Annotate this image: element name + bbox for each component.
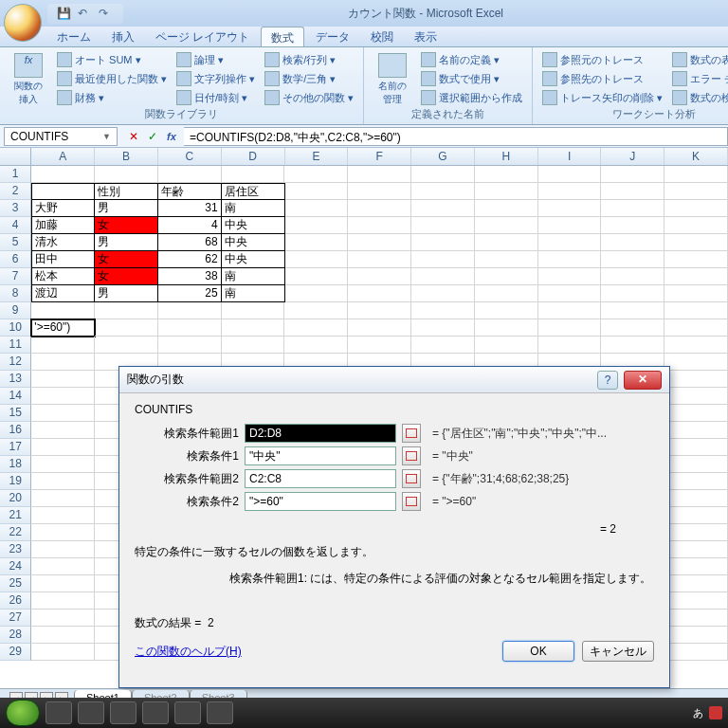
system-tray[interactable]: あ: [693, 706, 722, 720]
cell[interactable]: [475, 251, 538, 268]
redo-icon[interactable]: ↷: [99, 7, 114, 22]
cell[interactable]: 清水: [31, 234, 95, 251]
cell[interactable]: [538, 234, 602, 251]
cell[interactable]: [31, 507, 95, 524]
row-header[interactable]: 15: [0, 405, 31, 422]
fx-icon[interactable]: fx: [163, 128, 180, 145]
tab-review[interactable]: 校閲: [361, 27, 403, 46]
cell[interactable]: [664, 456, 728, 473]
taskbar-icon[interactable]: [174, 701, 201, 724]
cell[interactable]: [31, 490, 95, 507]
row-header[interactable]: 7: [0, 268, 31, 285]
cell[interactable]: [475, 337, 538, 354]
cell[interactable]: 田中: [31, 251, 95, 268]
cell[interactable]: [664, 234, 728, 251]
cell[interactable]: [411, 302, 475, 319]
row-header[interactable]: 21: [0, 507, 31, 524]
cell[interactable]: [284, 302, 348, 319]
trace-dependents-button[interactable]: 参照先のトレース: [540, 70, 664, 87]
cell[interactable]: [411, 166, 475, 183]
col-header[interactable]: I: [538, 148, 602, 165]
cell[interactable]: [475, 234, 538, 251]
cell[interactable]: [348, 302, 411, 319]
define-name-button[interactable]: 名前の定義 ▾: [419, 51, 524, 68]
cell[interactable]: [664, 302, 728, 319]
range-selector-icon[interactable]: [402, 492, 421, 511]
row-header[interactable]: 12: [0, 354, 31, 371]
cell[interactable]: [601, 302, 664, 319]
datetime-button[interactable]: 日付/時刻 ▾: [174, 89, 257, 106]
cell[interactable]: [31, 541, 95, 558]
cell[interactable]: [285, 251, 349, 268]
cell[interactable]: [475, 319, 538, 337]
cell[interactable]: [664, 507, 728, 524]
col-header[interactable]: J: [601, 148, 664, 165]
start-button[interactable]: [6, 700, 40, 726]
cell[interactable]: [664, 490, 728, 507]
function-help-link[interactable]: この関数のヘルプ(H): [135, 644, 242, 660]
cell[interactable]: [348, 166, 411, 183]
text-button[interactable]: 文字列操作 ▾: [174, 70, 257, 87]
cell[interactable]: [222, 302, 285, 319]
cell[interactable]: [348, 234, 411, 251]
cell[interactable]: [664, 627, 728, 644]
cell[interactable]: [475, 183, 538, 200]
row-header[interactable]: 27: [0, 610, 31, 627]
row-header[interactable]: 26: [0, 592, 31, 610]
cell[interactable]: [664, 371, 728, 388]
cell[interactable]: [31, 524, 95, 541]
formula-input[interactable]: =COUNTIFS(D2:D8,"中央",C2:C8,">=60"): [184, 127, 728, 146]
row-header[interactable]: 19: [0, 473, 31, 490]
chevron-down-icon[interactable]: ▼: [102, 132, 111, 141]
cell[interactable]: 男: [95, 234, 158, 251]
more-functions-button[interactable]: その他の関数 ▾: [263, 89, 355, 106]
cell[interactable]: [31, 354, 95, 371]
cell[interactable]: 南: [222, 268, 285, 285]
col-header[interactable]: H: [475, 148, 538, 165]
row-header[interactable]: 23: [0, 541, 31, 558]
cell[interactable]: [601, 217, 664, 234]
cell[interactable]: 南: [222, 285, 285, 302]
help-icon[interactable]: ?: [597, 371, 618, 390]
save-icon[interactable]: 💾: [57, 7, 72, 22]
taskbar-icon[interactable]: [46, 701, 72, 724]
row-header[interactable]: 8: [0, 285, 31, 302]
cell[interactable]: [31, 388, 95, 405]
cell[interactable]: 女: [95, 251, 158, 268]
cell[interactable]: [348, 268, 411, 285]
cell[interactable]: [664, 473, 728, 490]
cell[interactable]: [222, 166, 285, 183]
cell[interactable]: [348, 285, 411, 302]
arg-input-criteria2[interactable]: [245, 492, 396, 511]
cell[interactable]: [601, 337, 664, 354]
cell[interactable]: [31, 439, 95, 456]
cell[interactable]: [411, 234, 475, 251]
use-in-formula-button[interactable]: 数式で使用 ▾: [419, 70, 524, 87]
cell[interactable]: 4: [158, 217, 222, 234]
row-header[interactable]: 3: [0, 200, 31, 217]
row-header[interactable]: 2: [0, 183, 31, 200]
cancel-button[interactable]: キャンセル: [582, 641, 654, 662]
ime-indicator[interactable]: あ: [693, 706, 703, 720]
cell[interactable]: 31: [158, 200, 222, 217]
taskbar-icon[interactable]: [207, 701, 233, 724]
cell[interactable]: '>=60"): [31, 319, 95, 337]
row-header[interactable]: 13: [0, 371, 31, 388]
cell[interactable]: [95, 166, 158, 183]
cell[interactable]: [31, 183, 95, 200]
cell[interactable]: [222, 319, 285, 337]
name-manager-button[interactable]: 名前の 管理: [372, 51, 413, 106]
cell[interactable]: [285, 234, 349, 251]
col-header[interactable]: B: [95, 148, 158, 165]
cell[interactable]: [601, 285, 664, 302]
error-checking-button[interactable]: エラー チェック: [670, 70, 728, 87]
cell[interactable]: 性別: [95, 183, 158, 200]
tab-home[interactable]: ホーム: [47, 27, 100, 46]
cell[interactable]: 25: [158, 285, 222, 302]
ok-button[interactable]: OK: [502, 641, 574, 662]
cell[interactable]: [31, 644, 95, 661]
arg-input-criteria-range1[interactable]: [245, 424, 396, 443]
cell[interactable]: [411, 251, 475, 268]
row-header[interactable]: 1: [0, 166, 31, 183]
col-header[interactable]: C: [158, 148, 222, 165]
